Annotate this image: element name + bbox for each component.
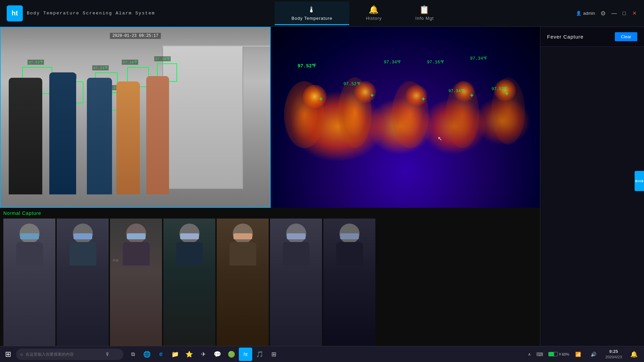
clock-date: 2020/4/23 (605, 355, 622, 360)
battery-pct-label: 60% (562, 352, 569, 356)
fever-panel-content (540, 47, 644, 362)
thumb-image-6 (323, 219, 375, 352)
username: admin (583, 11, 595, 16)
taskbar: ⊞ ○ 🎙 ⧉ 🌐 e 📁 ⭐ ✈ 💬 🟢 ht 🎵 ⊞ ∧ ⌨ 60% 📶 🔊… (0, 346, 644, 362)
taskbar-ie-icon[interactable]: 🌐 (140, 348, 154, 361)
arrow-right-icon: ⟺ (635, 177, 644, 185)
fever-panel-header: Fever Capture Clear (540, 27, 644, 47)
main-layout: 2020-01-23 09:25:17 97.52℉ 97.52℉ 97.34℉… (0, 27, 644, 362)
video-section: 2020-01-23 09:25:17 97.52℉ 97.52℉ 97.34℉… (0, 27, 540, 208)
logo-area: ht Body Temperature Screening Alarm Syst… (7, 5, 155, 21)
minimize-button[interactable]: — (611, 10, 617, 16)
person-silhouette-6 (323, 219, 375, 352)
maximize-button[interactable]: □ (621, 10, 627, 16)
thumbnail-item[interactable]: 和者 IRD Video 97.34°F (110, 219, 162, 358)
thumbnail-item[interactable]: IRD Video 97.34°F (323, 219, 375, 358)
taskbar-app-icons: ⧉ 🌐 e 📁 ⭐ ✈ 💬 🟢 ht 🎵 ⊞ (123, 348, 283, 361)
settings-icon[interactable]: ⚙ (600, 10, 606, 17)
rgb-camera-view: 2020-01-23 09:25:17 97.52℉ 97.52℉ 97.34℉… (0, 27, 271, 208)
battery-fill (549, 352, 554, 356)
temp-label-rgb-2: 97.34℉ (92, 65, 109, 70)
chevron-up-icon[interactable]: ∧ (528, 352, 531, 357)
user-info: 👤 admin (576, 11, 595, 16)
keyboard-icon[interactable]: ⌨ (533, 348, 546, 361)
taskbar-right: ∧ ⌨ 60% 📶 🔊 9:25 2020/4/23 🔔 (528, 348, 644, 361)
person-silhouette-1 (57, 219, 109, 352)
temp-label-rgb-4: 97.34℉ (154, 56, 171, 61)
search-icon: ○ (20, 352, 23, 357)
thermal-temp-5: 97.34℉ (448, 88, 464, 94)
clear-button[interactable]: Clear (615, 32, 637, 41)
thermal-temp-1: 97.52℉ (343, 81, 361, 86)
reticle: + (470, 92, 474, 99)
temp-label-rgb-0: 97.52℉ (28, 60, 44, 65)
taskbar-star-icon[interactable]: ⭐ (182, 348, 196, 361)
thumb-image-0 (3, 219, 55, 352)
cursor-indicator: ↖ (438, 135, 442, 142)
taskbar-app-green[interactable]: 🟢 (225, 348, 238, 361)
fever-panel-title: Fever Capture (547, 34, 584, 40)
normal-capture-label: Normal Capture (3, 210, 537, 216)
system-clock[interactable]: 9:25 2020/4/23 (602, 349, 625, 360)
person-silhouette-5 (270, 219, 322, 352)
taskbar-chat-icon[interactable]: 💬 (211, 348, 224, 361)
thermal-temp-6: 97.52℉ (491, 86, 507, 92)
reticle: + (422, 96, 425, 103)
thumb-image-1 (57, 219, 109, 352)
taskbar-ie2-icon[interactable]: e (154, 348, 168, 361)
app-logo: ht (7, 5, 23, 21)
thumb-image-5 (270, 219, 322, 352)
volume-icon[interactable]: 🔊 (587, 348, 600, 361)
bottom-panel: Normal Capture IRD Vid (0, 208, 540, 362)
thumb-image-2: 和者 (110, 219, 162, 352)
taskbar-app-brand[interactable]: ht (239, 348, 252, 361)
thermal-temp-2: 97.34℉ (384, 59, 401, 65)
battery-bar (548, 352, 558, 356)
tab-info-mgt[interactable]: 📋 Info Mgt (398, 2, 450, 25)
tab-body-temperature[interactable]: 🌡 Body Temperature (275, 2, 349, 25)
taskbar-search[interactable]: ○ 🎙 (16, 349, 123, 360)
person-silhouette-0 (3, 219, 55, 352)
thermometer-icon: 🌡 (308, 5, 316, 14)
taskbar-task-view[interactable]: ⧉ (126, 348, 140, 361)
person-silhouette-4 (217, 219, 269, 352)
reticle: + (370, 92, 374, 99)
battery-indicator: 60% (548, 352, 569, 356)
thermal-temp-0: 97.52℉ (298, 63, 316, 69)
thumbnail-item[interactable]: IRD Video 97.52°F (57, 219, 109, 358)
tab-history[interactable]: 🔔 History (349, 2, 398, 25)
network-icon[interactable]: 📶 (571, 348, 585, 361)
thumbnail-item[interactable]: IRD Video 97.52°F (217, 219, 269, 358)
header-right: 👤 admin ⚙ — □ ✕ (570, 10, 637, 17)
fever-panel: Fever Capture Clear (540, 27, 644, 362)
video-timestamp: 2020-01-23 09:25:17 (110, 33, 161, 39)
clock-time: 9:25 (605, 349, 622, 355)
thumbnails-row: IRD Video 97.52°F (3, 219, 537, 358)
window-controls: — □ ✕ (611, 10, 637, 16)
thumbnail-item[interactable]: IRD Video 97.52°F (3, 219, 55, 358)
search-input[interactable] (25, 352, 103, 357)
microphone-icon[interactable]: 🎙 (105, 352, 110, 357)
reticle: + (319, 96, 323, 103)
clipboard-icon: 📋 (419, 5, 430, 14)
header: ht Body Temperature Screening Alarm Syst… (0, 0, 644, 27)
temp-label-rgb-3: 97.16℉ (122, 60, 138, 65)
user-icon: 👤 (576, 11, 581, 16)
thermal-bg: + + + + + 97.52℉ 97.52℉ 97.34℉ 97.16℉ 97… (271, 27, 540, 208)
taskbar-plane-icon[interactable]: ✈ (197, 348, 210, 361)
thumb-image-4 (217, 219, 269, 352)
taskbar-files-icon[interactable]: 📁 (168, 348, 182, 361)
taskbar-app-grid[interactable]: ⊞ (267, 348, 280, 361)
thumbnail-item[interactable]: IRD Video 97.16°F (163, 219, 215, 358)
start-button[interactable]: ⊞ (0, 346, 16, 362)
notification-icon[interactable]: 🔔 (627, 348, 641, 361)
side-arrow-button[interactable]: ⟺ (635, 171, 644, 191)
rgb-camera-bg: 2020-01-23 09:25:17 97.52℉ 97.52℉ 97.34℉… (1, 27, 270, 207)
app-title: Body Temperature Screening Alarm System (27, 11, 155, 16)
thumbnail-item[interactable]: IRD Video 97.52°F (270, 219, 322, 358)
thumb-image-3 (163, 219, 215, 352)
person-silhouette-2 (110, 219, 162, 352)
taskbar-app-music[interactable]: 🎵 (253, 348, 266, 361)
thermal-camera-view: + + + + + 97.52℉ 97.52℉ 97.34℉ 97.16℉ 97… (271, 27, 540, 208)
close-button[interactable]: ✕ (631, 10, 637, 16)
